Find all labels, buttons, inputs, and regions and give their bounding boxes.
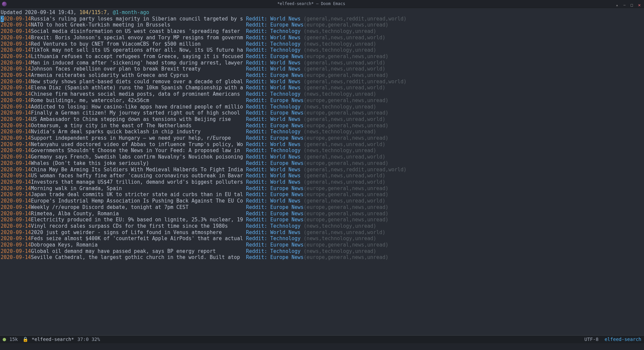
feed-entry[interactable]: 2020-09-14 Vinyl record sales surpass CD… xyxy=(1,223,643,229)
entry-tags: (europe,general,news,unread) xyxy=(304,242,388,248)
feed-entry[interactable]: 2020-09-14 Addicted to losing: How casin… xyxy=(1,104,643,110)
entry-title: Feds seize almost $400K of 'counterfeit … xyxy=(31,235,246,242)
entry-tags: (europe,general,news,unread) xyxy=(304,72,388,79)
entry-title: Weekly /r/europe Discord debate, tonight… xyxy=(31,204,246,211)
feed-entry[interactable]: 2020-09-14 Morning walk in Granada, Spai… xyxy=(1,185,643,192)
feed-entry[interactable]: 2020-09-14 Rome buildings, me, watercolo… xyxy=(1,97,643,104)
entry-feed: Reddit: Europe News xyxy=(246,160,304,167)
entry-tags: (europe,general,news,unread) xyxy=(304,191,388,198)
feed-entry[interactable]: 2020-09-14 Electricity produced in the E… xyxy=(1,217,643,223)
entry-tags: (europe,general,news,unread) xyxy=(304,22,388,28)
feed-entry[interactable]: 2020-09-14 Support independent press in … xyxy=(1,135,643,141)
minimize-icon[interactable]: − xyxy=(623,2,627,6)
close-icon[interactable]: ⨯ xyxy=(638,2,642,6)
feed-entry[interactable]: 2020-09-14 Ootmarsum, a tiny city in the… xyxy=(1,123,643,129)
feed-entry[interactable]: 2020-09-14 Rimetea, Alba County, Romania… xyxy=(1,211,643,217)
feed-entry[interactable]: 2020-09-14 Governments Shouldn't Choose … xyxy=(1,147,643,154)
feed-entry[interactable]: 2020-09-14 New study shows plant-based d… xyxy=(1,79,643,85)
feed-entry[interactable]: 2020-09-14 Elena Diaz (Spanish athlete) … xyxy=(1,85,643,91)
entry-title: TikTok may not sell its US operations af… xyxy=(31,47,246,53)
entry-tags: (general,news,unread,world) xyxy=(304,60,385,66)
feed-entry[interactable]: 2020-09-14 Social media disinformation o… xyxy=(1,28,643,35)
entry-feed: Reddit: World News xyxy=(246,198,304,204)
entry-feed: Reddit: Technology xyxy=(246,147,304,154)
entry-title: China May Be Arming Its Soldiers With Me… xyxy=(31,167,246,173)
major-mode: elfeed-search xyxy=(604,336,641,343)
feed-entry[interactable]: 2020-09-14 Japan trade deal commits UK t… xyxy=(1,191,643,198)
feed-entry[interactable]: 2020-09-14 Europe's Industrial Hemp Asso… xyxy=(1,198,643,204)
feed-entry[interactable]: 2020-09-14 Netanyahu used doctored video… xyxy=(1,141,643,148)
entry-feed: Reddit: Europe News xyxy=(246,97,304,104)
entry-feed: Reddit: Technology xyxy=(246,28,304,35)
entry-feed: Reddit: Europe News xyxy=(246,191,304,198)
entry-title: US Ambassador to China stepping down as … xyxy=(31,116,246,123)
entry-tags: (news,technology,unread) xyxy=(304,41,376,47)
cursor-position: 37:0 32% xyxy=(77,336,100,343)
feed-entry[interactable]: 2020-09-14 TikTok may not sell its US op… xyxy=(1,47,643,53)
entry-title: Vinyl record sales surpass CDs for the f… xyxy=(31,223,246,229)
modeline: 15k 🔒 *elfeed-search* 37:0 32% UTF-8 elf… xyxy=(0,335,644,343)
entry-tags: (europe,general,news,unread) xyxy=(304,211,388,217)
feed-entry[interactable]: 2020-09-14 Global oil demand may have pa… xyxy=(1,248,643,255)
entry-tags: (europe,general,news,unread) xyxy=(304,97,388,104)
entry-feed: Reddit: World News xyxy=(246,66,304,72)
entry-tags: (europe,general,news,unread) xyxy=(304,254,388,261)
entry-tags: (general,news,unread,world) xyxy=(304,85,385,91)
feed-entry[interactable]: 2020-09-14 US woman faces hefty fine aft… xyxy=(1,173,643,179)
entry-title: Morning walk in Granada, Spain xyxy=(31,185,246,192)
entry-feed: Reddit: Technology xyxy=(246,104,304,110)
entry-feed: Reddit: World News xyxy=(246,35,304,41)
feed-entry[interactable]: 2020-09-14 NATO to host Greek-Turkish me… xyxy=(1,22,643,28)
maximize-icon[interactable]: □ xyxy=(631,2,635,6)
entry-title: Lithuania refuses to accept refugees fro… xyxy=(31,53,246,60)
entry-title: US woman faces hefty fine after 'causing… xyxy=(31,173,246,179)
entry-feed: Reddit: Technology xyxy=(246,47,304,53)
feed-entry[interactable]: 2020-09-14 Man in induced coma after 'si… xyxy=(1,60,643,66)
entry-tags: (europe,general,news,unread) xyxy=(304,135,388,141)
feed-entry[interactable]: 2020-09-14 Weekly /r/europe Discord deba… xyxy=(1,204,643,211)
feed-entry[interactable]: 2020-09-14 Seville Cathedral, the larges… xyxy=(1,254,643,261)
encoding: UTF-8 xyxy=(584,336,598,343)
entry-feed: Reddit: Technology xyxy=(246,223,304,229)
entry-title: Whales (Don't take this joke seriously) xyxy=(31,160,246,167)
feed-entry[interactable]: 2020-09-14 Johnson faces rebellion over … xyxy=(1,66,643,72)
entry-feed: Reddit: World News xyxy=(246,229,304,236)
feed-entry[interactable]: 2020-09-14 Chinese firm harvests social … xyxy=(1,91,643,97)
entry-feed: Reddit: Technology xyxy=(246,248,304,255)
feed-entry[interactable]: 2020-09-14 Russia's ruling party loses m… xyxy=(1,16,643,22)
entry-title: 2020 just got weirder - signs of Life fo… xyxy=(31,229,246,236)
entry-title: Seville Cathedral, the largest gothic ch… xyxy=(31,254,246,261)
entry-feed: Reddit: World News xyxy=(246,16,304,22)
feed-entry[interactable]: 2020-09-14 Nvidia's Arm deal sparks quic… xyxy=(1,129,643,135)
feed-entry[interactable]: 2020-09-14 Lithuania refuses to accept r… xyxy=(1,53,643,60)
feed-entry[interactable]: 2020-09-14 Red Ventures to buy CNET from… xyxy=(1,41,643,47)
entry-title: Finally a German citizen! My journey sta… xyxy=(31,110,246,116)
entry-tags: (europe,general,news,unread) xyxy=(304,160,388,167)
entry-title: NATO to host Greek-Turkish meeting in Br… xyxy=(31,22,246,28)
feed-entry[interactable]: 2020-09-14 Germany says French, Swedish … xyxy=(1,154,643,160)
entry-tags: (general,news,unread,world) xyxy=(304,35,385,41)
entry-feed: Reddit: Europe News xyxy=(246,242,304,248)
entry-tags: (general,news,unread,world) xyxy=(304,141,385,148)
feed-entry[interactable]: 2020-09-14 Whales (Don't take this joke … xyxy=(1,160,643,167)
feed-entry[interactable]: 2020-09-14 US Ambassador to China steppi… xyxy=(1,116,643,123)
elfeed-buffer[interactable]: Updated 2020-09-14 19:43, 104/115:7, @1-… xyxy=(0,8,644,335)
entry-tags: (general,news,unread,world) xyxy=(304,229,385,236)
entry-title: Nvidia's Arm deal sparks quick backlash … xyxy=(31,129,246,135)
entry-tags: (news,technology,unread) xyxy=(304,28,376,35)
feed-entry[interactable]: 2020-09-14 China May Be Arming Its Soldi… xyxy=(1,167,643,173)
feed-entry[interactable]: 2020-09-14 Investors that manage US$47 t… xyxy=(1,179,643,185)
entry-tags: (news,technology,unread) xyxy=(304,129,376,135)
feed-entry[interactable]: 2020-09-14 Finally a German citizen! My … xyxy=(1,110,643,116)
entry-feed: Reddit: World News xyxy=(246,116,304,123)
feed-entry[interactable]: 2020-09-14 Feds seize almost $400K of 'c… xyxy=(1,235,643,242)
modified-indicator-icon xyxy=(3,338,6,341)
feed-entry[interactable]: 2020-09-14 Armenia reiterates solidarity… xyxy=(1,72,643,79)
feed-entry[interactable]: 2020-09-14 2020 just got weirder - signs… xyxy=(1,229,643,236)
up-icon[interactable]: ▴ xyxy=(616,2,620,6)
feed-entry[interactable]: 2020-09-14 Dobrogea Keys, Romania Reddit… xyxy=(1,242,643,248)
window-title: *elfeed-search* – Doom Emacs xyxy=(7,1,616,7)
feed-entry[interactable]: 2020-09-14 Brexit: Boris Johnson's speci… xyxy=(1,35,643,41)
lock-icon: 🔒 xyxy=(22,336,28,343)
entry-tags: (general,news,unread,world) xyxy=(304,66,385,72)
